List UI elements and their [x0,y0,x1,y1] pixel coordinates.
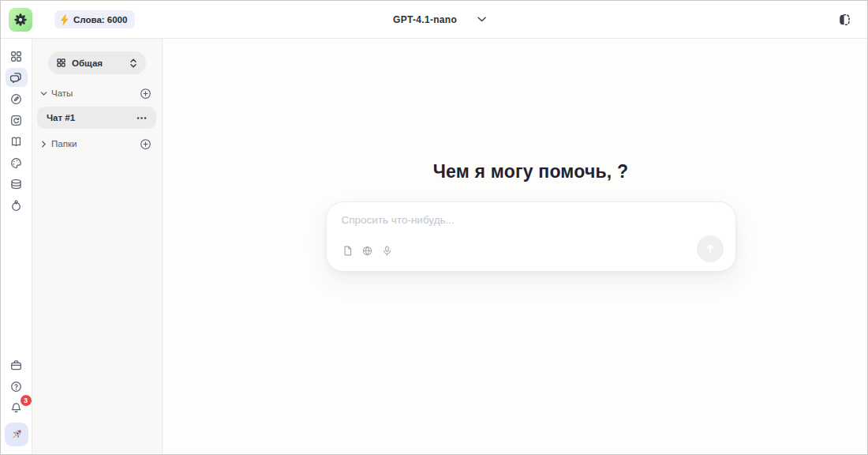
ellipsis-icon [137,116,147,120]
rocket-icon [9,427,24,442]
plus-circle-icon [140,138,152,150]
message-composer [326,201,736,272]
chevron-down-icon [477,17,486,22]
rail-item-briefcase[interactable] [6,355,28,374]
chat-list-item[interactable]: Чат #1 [37,107,156,129]
workspace-grid-icon [56,58,66,68]
lightning-icon [60,14,69,25]
rail-item-library[interactable] [6,132,28,151]
rail-item-voice[interactable] [6,196,28,215]
chevron-right-icon [39,140,48,149]
add-folder-button[interactable] [140,138,152,150]
section-folders-label: Папки [51,139,140,149]
rail-item-compose[interactable] [6,89,28,108]
icon-rail: 3 [1,39,32,454]
composer-toolbar [342,235,724,262]
section-folders[interactable]: Папки [32,137,162,151]
arrow-up-icon [704,243,716,255]
chevron-down-icon [39,89,48,98]
file-icon [342,245,354,257]
briefcase-icon [9,359,23,372]
rail-item-palette[interactable] [6,153,28,172]
compose-icon [9,92,23,106]
rail-item-chats[interactable] [6,68,28,87]
add-chat-button[interactable] [140,88,152,100]
rail-item-layers[interactable] [6,175,28,194]
attach-file-button[interactable] [342,245,354,257]
greeting-heading: Чем я могу помочь, ? [433,161,629,182]
voice-icon [9,199,23,212]
rail-item-notifications[interactable]: 3 [6,398,28,417]
chat-options-button[interactable] [135,115,148,122]
chat-title: Чат #1 [47,113,75,122]
rail-bottom-group: 3 [5,355,28,446]
send-message-button[interactable] [697,235,724,262]
rail-item-history[interactable] [6,111,28,130]
main-content: Чем я могу помочь, ? [163,39,867,454]
library-book-icon [9,135,23,149]
model-name: GPT-4.1-nano [393,14,457,25]
voice-input-button[interactable] [381,245,393,257]
app-logo[interactable] [9,8,32,32]
globe-icon [361,245,373,257]
rail-item-upgrade[interactable] [5,423,28,446]
microphone-icon [381,245,393,257]
flower-logo-icon [13,13,28,27]
toggle-panel-button[interactable] [832,8,856,32]
palette-icon [9,156,23,170]
words-balance-label: Слова: 6000 [73,15,127,24]
sidebar: Общая Чаты Ча [32,39,163,454]
words-balance-badge: Слова: 6000 [54,10,135,28]
layers-stack-icon [9,178,23,191]
message-input[interactable] [342,214,724,233]
model-selector[interactable]: GPT-4.1-nano [393,14,486,25]
web-search-button[interactable] [361,245,373,257]
rail-item-help[interactable] [6,377,28,396]
history-icon [9,114,23,127]
workspace-selector[interactable]: Общая [48,51,146,74]
top-bar: Слова: 6000 GPT-4.1-nano [1,1,867,39]
panel-toggle-icon [836,12,852,28]
chat-bubbles-icon [9,71,23,85]
section-chats-label: Чаты [51,88,140,98]
help-circle-icon [9,380,23,393]
apps-grid-icon [9,50,23,63]
plus-circle-icon [140,88,152,100]
rail-item-apps[interactable] [6,47,28,66]
section-chats[interactable]: Чаты [32,86,162,100]
app-window: Слова: 6000 GPT-4.1-nano [0,0,868,455]
workspace-name: Общая [72,58,123,68]
notification-count-badge: 3 [21,395,32,406]
unfold-chevrons-icon [129,58,138,69]
